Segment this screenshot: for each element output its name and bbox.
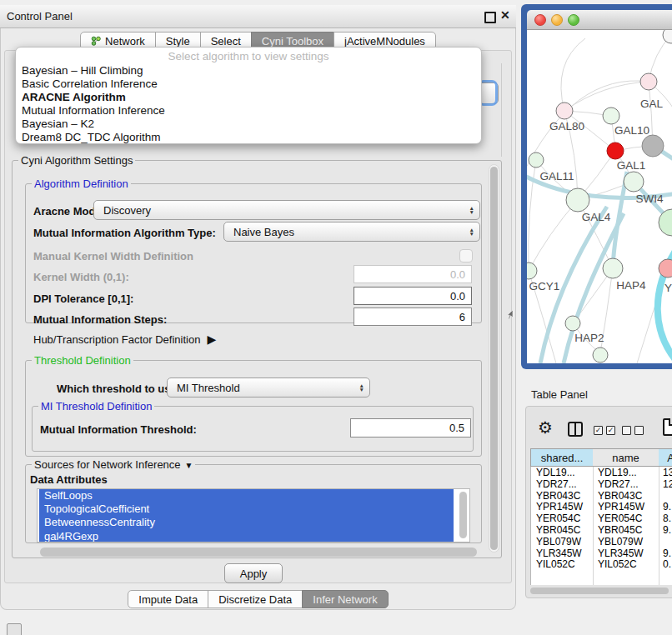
select-all-icon[interactable]: ✓ <box>594 426 603 435</box>
dropdown-item-selected[interactable]: ARACNE Algorithm <box>16 91 481 104</box>
node-label: Y <box>664 282 672 294</box>
node-hap4[interactable] <box>603 258 623 278</box>
node-label: GAL10 <box>614 124 649 137</box>
node-gal10[interactable] <box>603 108 619 124</box>
zoom-traffic-light-icon[interactable] <box>568 14 579 26</box>
apply-button[interactable]: Apply <box>224 563 283 583</box>
dropdown-item[interactable]: Dream8 DC_TDC Algorithm <box>16 131 481 144</box>
hub-definition-expander[interactable]: Hub/Transcription Factor Definition ▶ <box>33 332 216 346</box>
network-canvas[interactable]: GAL GAL80 GAL10 GAL1 GAL11 SWI4 GAL4 GCY… <box>527 30 672 363</box>
columns-icon[interactable] <box>568 422 583 437</box>
minimize-traffic-light-icon[interactable] <box>551 14 563 26</box>
new-table-icon[interactable] <box>663 418 672 436</box>
tab-infer-network[interactable]: Infer Network <box>302 590 388 608</box>
node-label: GAL1 <box>617 159 646 172</box>
network-window-titlebar[interactable] <box>527 10 672 30</box>
column-header-name[interactable]: name <box>593 448 659 467</box>
aracne-mode-value: Discovery <box>103 204 151 217</box>
table-row[interactable]: YBR043CYBR043C <box>530 491 672 502</box>
dropdown-item[interactable]: Basic Correlation Inference <box>16 78 481 91</box>
table-row[interactable]: YDR27...YDR27...12 <box>530 479 672 491</box>
dropdown-item[interactable]: Mutual Information Inference <box>16 104 481 118</box>
node-label: GAL80 <box>549 120 584 132</box>
mi-steps-field[interactable]: 6 <box>354 308 472 326</box>
dropdown-item[interactable]: Bayesian – Hill Climbing <box>16 64 481 78</box>
node-gcy1[interactable] <box>527 262 537 279</box>
data-attributes-list[interactable]: SelfLoops TopologicalCoefficient Between… <box>37 488 470 542</box>
deselect-all-icon[interactable] <box>634 426 644 435</box>
tab-jactivemnodules-label: jActiveMNodules <box>344 35 425 48</box>
settings-horizontal-scrollbar[interactable] <box>40 548 477 557</box>
list-item[interactable]: gal4RGexp <box>39 530 454 542</box>
table-row[interactable]: YDL19...YDL19...13 <box>530 468 672 479</box>
column-divider <box>593 467 594 585</box>
node-gal80[interactable] <box>556 102 573 119</box>
tab-network-label: Network <box>105 35 145 48</box>
table-row[interactable]: YBL079WYBL079W <box>530 537 672 548</box>
mi-threshold-field[interactable]: 0.5 <box>350 418 471 438</box>
node-gal4[interactable] <box>566 188 589 212</box>
list-scrollbar[interactable] <box>459 492 467 538</box>
list-item[interactable]: SelfLoops <box>39 489 454 502</box>
node-gal-partial[interactable] <box>640 73 657 90</box>
mi-algorithm-type-label: Mutual Information Algorithm Type: <box>33 227 216 239</box>
table-row[interactable]: YLR345WYLR345W9. <box>530 548 672 560</box>
tab-discretize-data-label: Discretize Data <box>218 593 292 606</box>
list-item[interactable]: TopologicalCoefficient <box>39 502 454 516</box>
close-icon[interactable]: ✕ <box>500 8 510 22</box>
cyni-algorithm-settings-title: Cyni Algorithm Settings <box>18 154 135 167</box>
chevron-right-icon: ▶ <box>207 332 216 346</box>
sources-expander[interactable]: Sources for Network Inference▼ <box>32 458 195 471</box>
column-header-shared-name[interactable]: shared... <box>530 448 594 467</box>
control-panel-title: Control Panel <box>7 10 73 22</box>
aracne-mode-select[interactable]: Discovery ▲▼ <box>93 200 480 220</box>
column-header-partial[interactable]: A <box>659 448 672 467</box>
deselect-all-icon[interactable] <box>622 426 631 435</box>
dropdown-item[interactable]: Bayesian – K2 <box>16 118 481 131</box>
node-hap2[interactable] <box>565 316 580 331</box>
dpi-tolerance-label: DPI Tolerance [0,1]: <box>33 292 133 305</box>
combo-stepper-icon: ▲▼ <box>359 378 364 397</box>
tab-impute-data[interactable]: Impute Data <box>128 590 208 608</box>
dropdown-prompt: Select algorithm to view settings <box>16 50 481 64</box>
table-row[interactable]: YER054CYER054C8. <box>530 513 672 525</box>
kernel-width-field[interactable]: 0.0 <box>354 265 472 283</box>
control-panel-titlebar <box>0 5 516 28</box>
table-row[interactable]: YPR145WYPR145W9. <box>530 502 672 513</box>
select-all-icon[interactable]: ✓ <box>606 426 615 435</box>
bottom-tab-row: Impute Data Discretize Data Infer Networ… <box>0 590 516 608</box>
table-row[interactable]: YBR045CYBR045C9. <box>530 525 672 537</box>
table-row[interactable]: YIL052CYIL052C0. <box>530 559 672 569</box>
gear-icon[interactable]: ⚙ <box>538 418 553 437</box>
mi-threshold-definition-title: MI Threshold Definition <box>38 400 154 412</box>
which-threshold-value: MI Threshold <box>177 382 240 394</box>
node-label: SWI4 <box>635 192 663 205</box>
algorithm-definition-title: Algorithm Definition <box>32 178 131 190</box>
list-item[interactable]: BetweennessCentrality <box>39 516 454 529</box>
node-gal11[interactable] <box>529 152 544 168</box>
tab-cyni-toolbox-label: Cyni Toolbox <box>262 35 323 48</box>
mi-algorithm-type-select[interactable]: Naive Bayes ▲▼ <box>223 222 480 242</box>
chevron-down-icon: ▼ <box>185 461 193 470</box>
dpi-tolerance-field[interactable]: 0.0 <box>354 287 472 305</box>
node-label: GCY1 <box>529 280 560 292</box>
node-gal1[interactable] <box>624 172 644 192</box>
node-unlabeled[interactable] <box>663 30 672 43</box>
node-label: GAL4 <box>582 211 611 223</box>
restore-panel-icon[interactable] <box>7 623 22 635</box>
manual-kernel-width-checkbox[interactable] <box>459 249 473 262</box>
node-red[interactable] <box>607 142 624 159</box>
float-window-icon[interactable] <box>484 12 496 23</box>
tab-impute-data-label: Impute Data <box>138 593 198 606</box>
algorithm-dropdown: Select algorithm to view settings Bayesi… <box>15 47 482 144</box>
node-label: HAP4 <box>616 279 646 292</box>
node-unlabeled[interactable] <box>593 348 608 362</box>
mi-threshold-label: Mutual Information Threshold: <box>40 423 197 436</box>
manual-kernel-width-label: Manual Kernel Width Definition <box>33 250 193 262</box>
table-horizontal-scrollbar[interactable] <box>530 588 669 594</box>
tab-discretize-data[interactable]: Discretize Data <box>208 590 303 608</box>
node-gray[interactable] <box>642 135 664 157</box>
settings-vertical-scrollbar[interactable] <box>489 164 499 552</box>
which-threshold-select[interactable]: MI Threshold ▲▼ <box>167 378 370 398</box>
close-traffic-light-icon[interactable] <box>534 14 546 26</box>
